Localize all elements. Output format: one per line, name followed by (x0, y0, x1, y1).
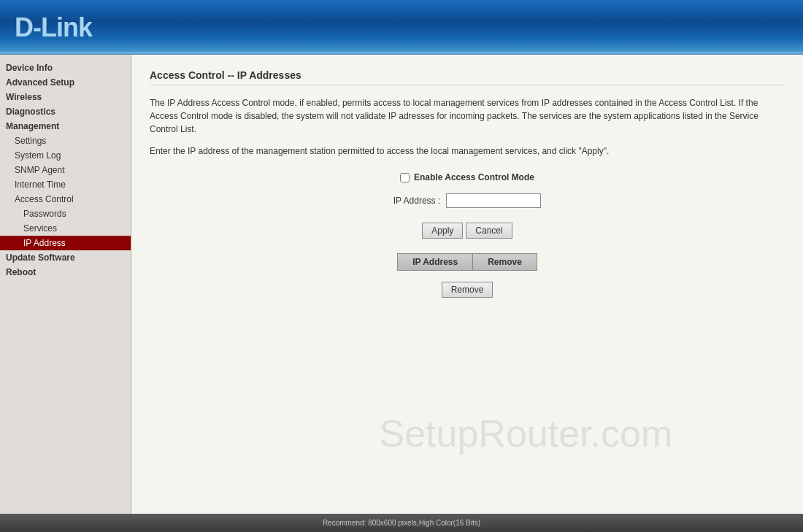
remove-button[interactable]: Remove (442, 282, 493, 298)
logo-text: D-Link (15, 12, 92, 42)
watermark: SetupRouter.com (379, 412, 672, 455)
sidebar-item-system-log[interactable]: System Log (0, 148, 131, 163)
logo: D-Link (15, 12, 92, 43)
footer: Recommend: 800x600 pixels,High Color(16 … (0, 514, 803, 532)
sidebar-item-access-control[interactable]: Access Control (0, 192, 131, 207)
sidebar-item-ip-address[interactable]: IP Address (0, 236, 131, 250)
remove-btn-row: Remove (150, 282, 785, 298)
sidebar-item-passwords[interactable]: Passwords (0, 207, 131, 221)
main-container: Device Info Advanced Setup Wireless Diag… (0, 55, 803, 514)
sidebar-item-update-software[interactable]: Update Software (0, 250, 131, 265)
sidebar-item-advanced-setup[interactable]: Advanced Setup (0, 75, 131, 90)
sidebar-item-wireless[interactable]: Wireless (0, 90, 131, 104)
enable-access-control-label: Enable Access Control Mode (414, 172, 534, 182)
enable-access-control-row: Enable Access Control Mode (150, 172, 785, 182)
footer-text: Recommend: 800x600 pixels,High Color(16 … (323, 519, 480, 527)
enable-access-control-checkbox[interactable] (400, 173, 410, 182)
table-header-ip: IP Address (398, 254, 473, 271)
table-header-remove: Remove (473, 254, 537, 271)
sidebar-item-diagnostics[interactable]: Diagnostics (0, 104, 131, 119)
page-title: Access Control -- IP Addresses (150, 69, 785, 85)
form-area: Enable Access Control Mode IP Address : … (150, 172, 785, 298)
apply-button[interactable]: Apply (422, 223, 463, 239)
ip-address-label: IP Address : (393, 196, 440, 206)
content-area: Access Control -- IP Addresses The IP Ad… (131, 55, 803, 514)
ip-address-row: IP Address : (150, 193, 785, 208)
sidebar-item-snmp-agent[interactable]: SNMP Agent (0, 163, 131, 177)
description-1: The IP Address Access Control mode, if e… (150, 96, 785, 136)
header: D-Link (0, 0, 803, 55)
sidebar: Device Info Advanced Setup Wireless Diag… (0, 55, 131, 514)
sidebar-item-device-info[interactable]: Device Info (0, 61, 131, 75)
sidebar-item-internet-time[interactable]: Internet Time (0, 177, 131, 192)
sidebar-item-services[interactable]: Services (0, 221, 131, 236)
cancel-button[interactable]: Cancel (466, 223, 512, 239)
sidebar-item-settings[interactable]: Settings (0, 134, 131, 148)
ip-address-input[interactable] (446, 193, 541, 208)
apply-cancel-row: Apply Cancel (150, 223, 785, 239)
sidebar-item-management[interactable]: Management (0, 119, 131, 134)
ip-address-table: IP Address Remove (397, 253, 537, 271)
sidebar-item-reboot[interactable]: Reboot (0, 265, 131, 280)
description-2: Enter the IP address of the management s… (150, 144, 785, 158)
